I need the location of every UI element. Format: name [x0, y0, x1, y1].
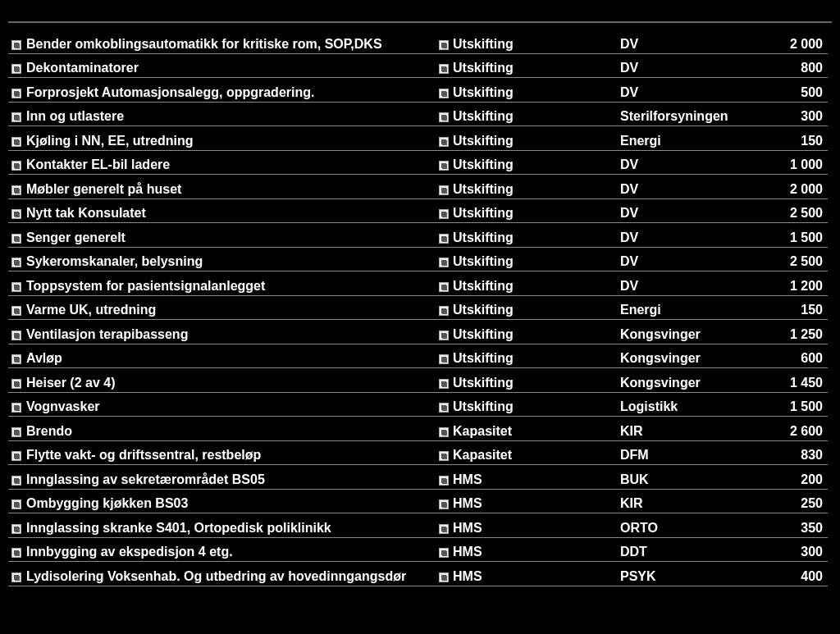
cell-category: Utskifting	[453, 199, 561, 224]
category-text: HMS	[453, 519, 482, 537]
item-bullet-icon	[11, 548, 21, 558]
cell-dept: Kongsvinger	[561, 344, 709, 369]
dept-text: Kongsvinger	[620, 349, 701, 367]
name-text: Bender omkoblingsautomatikk for kritiske…	[26, 35, 382, 53]
cell-name: Sykeromskanaler, belysning	[8, 248, 435, 272]
cell-dept: PSYK	[561, 562, 709, 586]
name-text: Varme UK, utredning	[26, 301, 156, 319]
cell-category: HMS	[453, 562, 561, 586]
category-text: Kapasitet	[453, 446, 512, 464]
amount-text: 2 600	[790, 422, 823, 440]
cell-category: Utskifting	[453, 320, 561, 344]
cell-cat-icon	[435, 562, 453, 586]
table-row: Sykeromskanaler, belysningUtskiftingDV2 …	[8, 248, 832, 272]
cell-amount: 500	[709, 78, 828, 103]
cell-amount: 2 000	[709, 175, 828, 199]
cell-dept: DV	[561, 175, 709, 199]
amount-text: 300	[801, 543, 823, 561]
cell-category: Utskifting	[453, 151, 561, 176]
cell-name: Kjøling i NN, EE, utredning	[8, 126, 435, 151]
table-row: Heiser (2 av 4)UtskiftingKongsvinger1 45…	[8, 368, 832, 393]
item-bullet-icon	[439, 112, 449, 122]
category-text: HMS	[453, 568, 482, 586]
item-bullet-icon	[439, 64, 449, 74]
cell-category: Utskifting	[453, 78, 561, 103]
category-text: Kapasitet	[453, 422, 512, 440]
cell-amount: 400	[709, 562, 828, 586]
cell-name: Flytte vakt- og driftssentral, restbeløp	[8, 441, 435, 466]
cell-category: Utskifting	[453, 368, 561, 393]
cell-category: Utskifting	[453, 103, 561, 127]
item-bullet-icon	[11, 282, 21, 292]
table-row: AvløpUtskiftingKongsvinger600	[8, 344, 832, 369]
dept-text: Kongsvinger	[620, 326, 701, 344]
cell-amount: 830	[709, 441, 828, 466]
cell-dept: ORTO	[561, 513, 709, 538]
cell-category: Utskifting	[453, 296, 561, 321]
dept-text: BUK	[620, 471, 649, 489]
name-text: Inn og utlastere	[26, 107, 124, 125]
dept-text: KIR	[620, 422, 643, 440]
table-container: Bender omkoblingsautomatikk for kritiske…	[0, 0, 840, 595]
cell-category: Utskifting	[453, 271, 561, 296]
table-row: Senger genereltUtskiftingDV1 500	[8, 223, 832, 248]
item-bullet-icon	[11, 354, 21, 364]
amount-text: 150	[801, 132, 823, 150]
amount-text: 2 000	[790, 180, 823, 198]
category-text: Utskifting	[453, 374, 514, 392]
cell-amount: 600	[709, 344, 828, 369]
item-bullet-icon	[439, 331, 449, 340]
amount-text: 800	[801, 59, 823, 77]
cell-amount: 1 450	[709, 368, 828, 393]
cell-cat-icon	[435, 103, 453, 127]
dept-text: PSYK	[620, 568, 656, 586]
dept-text: DV	[620, 204, 638, 222]
item-bullet-icon	[439, 306, 449, 316]
cell-dept: DV	[561, 271, 709, 296]
name-text: Vognvasker	[26, 398, 100, 416]
cell-dept: KIR	[561, 490, 709, 514]
name-text: Forprosjekt Automasjonsalegg, oppgraderi…	[26, 84, 314, 102]
cell-dept: DDT	[561, 538, 709, 563]
name-text: Sykeromskanaler, belysning	[26, 253, 203, 271]
cell-amount: 200	[709, 465, 828, 490]
dept-text: DV	[620, 277, 638, 295]
cell-cat-icon	[435, 417, 453, 441]
item-bullet-icon	[11, 64, 21, 74]
table-row: Flytte vakt- og driftssentral, restbeløp…	[8, 441, 832, 466]
item-bullet-icon	[439, 476, 449, 486]
table-row: Ombygging kjøkken BS03HMSKIR250	[8, 490, 832, 514]
cell-category: HMS	[453, 490, 561, 514]
category-text: Utskifting	[453, 349, 514, 367]
cell-name: Varme UK, utredning	[8, 296, 435, 321]
table-row: Kjøling i NN, EE, utredningUtskiftingEne…	[8, 126, 832, 151]
cell-cat-icon	[435, 465, 453, 490]
cell-amount: 2 600	[709, 417, 828, 441]
cell-category: Utskifting	[453, 393, 561, 417]
cell-category: Kapasitet	[453, 417, 561, 441]
name-text: Toppsystem for pasientsignalanlegget	[26, 277, 265, 295]
cell-amount: 1 000	[709, 151, 828, 176]
item-bullet-icon	[439, 379, 449, 389]
cell-cat-icon	[435, 393, 453, 417]
name-text: Heiser (2 av 4)	[26, 374, 116, 392]
amount-text: 2 500	[790, 204, 823, 222]
dept-text: DV	[620, 35, 638, 53]
table-row: Bender omkoblingsautomatikk for kritiske…	[8, 30, 832, 54]
cell-amount: 300	[709, 103, 828, 127]
amount-text: 250	[801, 495, 823, 513]
cell-dept: KIR	[561, 417, 709, 441]
cell-name: Lydisolering Voksenhab. Og utbedring av …	[8, 562, 435, 586]
dept-text: ORTO	[620, 519, 658, 537]
cell-name: Toppsystem for pasientsignalanlegget	[8, 271, 435, 296]
cell-cat-icon	[435, 199, 453, 224]
category-text: Utskifting	[453, 132, 514, 150]
category-text: Utskifting	[453, 326, 514, 344]
item-bullet-icon	[439, 499, 449, 509]
cell-cat-icon	[435, 344, 453, 369]
cell-cat-icon	[435, 441, 453, 466]
cell-amount: 150	[709, 296, 828, 321]
name-text: Ventilasjon terapibasseng	[26, 326, 188, 344]
item-bullet-icon	[11, 258, 21, 267]
cell-category: HMS	[453, 538, 561, 563]
